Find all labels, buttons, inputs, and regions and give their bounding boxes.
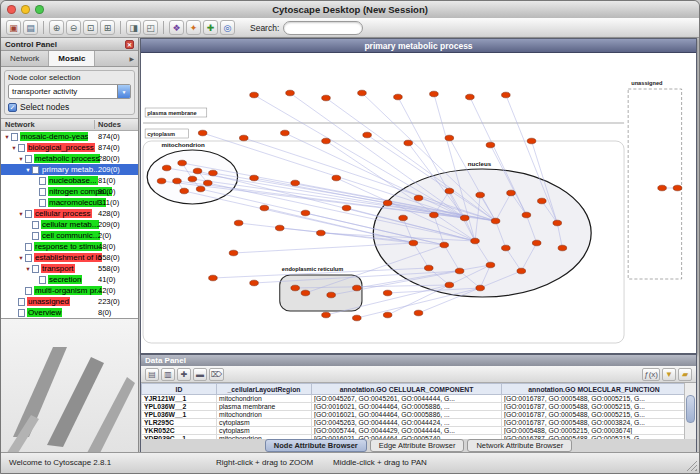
expander-icon[interactable]: ▼ bbox=[17, 211, 25, 217]
network-node[interactable] bbox=[291, 285, 300, 291]
tree-row[interactable]: ▼transport558(0) bbox=[1, 263, 138, 274]
expander-icon[interactable]: ▼ bbox=[24, 266, 32, 272]
expander-icon[interactable]: ▼ bbox=[17, 156, 25, 162]
table-cell[interactable]: YPL036W__1 bbox=[142, 411, 217, 419]
tree-row[interactable]: cell communic...2(0) bbox=[1, 230, 138, 241]
table-cell[interactable]: plasma membrane bbox=[217, 403, 312, 411]
table-cell[interactable]: YJR121W__1 bbox=[142, 395, 217, 403]
tree-row[interactable]: cellular metab...209(0) bbox=[1, 219, 138, 230]
column-header[interactable]: annotation.GO MOLECULAR_FUNCTION bbox=[502, 384, 687, 395]
network-node[interactable] bbox=[260, 205, 269, 211]
network-node[interactable] bbox=[476, 285, 485, 291]
network-node[interactable] bbox=[414, 195, 423, 201]
table-cell[interactable]: [GO:0016787, GO:0005488, GO:0003824, G..… bbox=[502, 419, 687, 427]
network-node[interactable] bbox=[291, 180, 300, 186]
network-node[interactable] bbox=[317, 230, 326, 236]
delete-attribute-icon[interactable]: ▬ bbox=[193, 368, 207, 381]
column-header[interactable]: annotation.GO CELLULAR_COMPONENT bbox=[312, 384, 502, 395]
tab-edge-attribute-browser[interactable]: Edge Attribute Browser bbox=[370, 439, 465, 452]
table-cell[interactable]: [GO:0016787, GO:0005488, GO:0005215, G..… bbox=[502, 411, 687, 419]
network-node[interactable] bbox=[558, 245, 567, 251]
tree-row[interactable]: ▼metabolic process280(0) bbox=[1, 153, 138, 164]
vizmapper-icon[interactable]: ✦ bbox=[186, 20, 201, 35]
network-node[interactable] bbox=[517, 268, 526, 274]
select-nodes-checkbox[interactable]: ✓ bbox=[8, 103, 17, 112]
tree-row[interactable]: unassigned223(0) bbox=[1, 296, 138, 307]
network-node[interactable] bbox=[358, 90, 367, 96]
column-header[interactable]: _cellularLayoutRegion bbox=[217, 384, 312, 395]
network-node[interactable] bbox=[440, 242, 449, 248]
network-node[interactable] bbox=[522, 212, 531, 218]
tab-network-attribute-browser[interactable]: Network Attribute Browser bbox=[467, 439, 572, 452]
network-node[interactable] bbox=[491, 218, 500, 224]
network-node[interactable] bbox=[502, 92, 511, 98]
manage-plugins-icon[interactable]: ✚ bbox=[203, 20, 218, 35]
new-attribute-icon[interactable]: ✚ bbox=[177, 368, 191, 381]
table-cell[interactable]: [GO:0016021, GO:0044464, GO:0005886, ... bbox=[312, 411, 502, 419]
save-session-icon[interactable]: ▣ bbox=[6, 20, 21, 35]
network-node[interactable] bbox=[532, 240, 541, 246]
network-node[interactable] bbox=[538, 198, 547, 204]
tree-row[interactable]: ▼establishment of lo...558(0) bbox=[1, 252, 138, 263]
network-node[interactable] bbox=[399, 215, 408, 221]
table-cell[interactable]: mitochondrion bbox=[217, 395, 312, 403]
network-node[interactable] bbox=[658, 185, 667, 191]
network-node[interactable] bbox=[502, 245, 511, 251]
table-row[interactable]: YPL036W__2plasma membrane[GO:0016021, GO… bbox=[142, 403, 687, 411]
table-row[interactable]: YDR039C__1mitochondrion[GO:0016021, GO:0… bbox=[142, 435, 687, 440]
table-row[interactable]: YPL036W__1mitochondrion[GO:0016021, GO:0… bbox=[142, 411, 687, 419]
network-node[interactable] bbox=[301, 290, 310, 296]
minimize-window-button[interactable] bbox=[21, 5, 30, 14]
network-node[interactable] bbox=[430, 212, 439, 218]
open-folder-icon[interactable]: ▰ bbox=[678, 368, 692, 381]
network-node[interactable] bbox=[553, 220, 562, 226]
zoom-out-icon[interactable]: ⊖ bbox=[66, 20, 81, 35]
table-cell[interactable]: YDR039C__1 bbox=[142, 435, 217, 440]
network-node[interactable] bbox=[466, 94, 475, 100]
network-node[interactable] bbox=[203, 180, 212, 186]
network-node[interactable] bbox=[460, 215, 469, 221]
tree-row[interactable]: response to stimu...48(0) bbox=[1, 241, 138, 252]
network-node[interactable] bbox=[250, 175, 259, 181]
tree-row[interactable]: macromolecul...311(0) bbox=[1, 197, 138, 208]
network-node[interactable] bbox=[332, 175, 341, 181]
table-row[interactable]: YJR121W__1mitochondrion[GO:0045267, GO:0… bbox=[142, 395, 687, 403]
table-cell[interactable]: [GO:0016787, GO:0005488, GO:0005215, G..… bbox=[502, 395, 687, 403]
network-node[interactable] bbox=[486, 142, 495, 148]
network-node[interactable] bbox=[353, 285, 362, 291]
expander-icon[interactable]: ▼ bbox=[10, 145, 18, 151]
network-node[interactable] bbox=[404, 140, 413, 146]
network-node[interactable] bbox=[414, 310, 423, 316]
network-node[interactable] bbox=[430, 91, 439, 97]
network-node[interactable] bbox=[180, 188, 189, 194]
table-row[interactable]: YLR295Ccytoplasm[GO:0045263, GO:0044444,… bbox=[142, 419, 687, 427]
tab-mosaic[interactable]: Mosaic bbox=[49, 51, 95, 66]
network-node[interactable] bbox=[455, 268, 464, 274]
table-cell[interactable]: [GO:0016787, GO:0005488, GO:0005215, G..… bbox=[502, 403, 687, 411]
network-node[interactable] bbox=[286, 90, 295, 96]
table-cell[interactable]: cytoplasm bbox=[217, 427, 312, 435]
tree-row[interactable]: ▼mosaic-demo-yeast874(0) bbox=[1, 131, 138, 142]
network-node[interactable] bbox=[394, 94, 403, 100]
network-node[interactable] bbox=[527, 138, 536, 144]
tree-row[interactable]: Overview8(0) bbox=[1, 307, 138, 318]
color-attribute-dropdown[interactable]: transporter activity ▼ bbox=[8, 84, 131, 99]
network-node[interactable] bbox=[383, 200, 392, 206]
table-cell[interactable]: [GO:0005488, GO:0005215, GO:0003674] bbox=[502, 427, 687, 435]
close-panel-icon[interactable]: ✕ bbox=[125, 40, 134, 49]
network-node[interactable] bbox=[673, 185, 682, 191]
network-node[interactable] bbox=[250, 92, 259, 98]
zoom-in-icon[interactable]: ⊕ bbox=[49, 20, 64, 35]
network-node[interactable] bbox=[198, 130, 207, 136]
tab-network[interactable]: Network bbox=[1, 51, 49, 66]
tree-row[interactable]: nitrogen compo...90(0) bbox=[1, 186, 138, 197]
open-session-icon[interactable]: ▤ bbox=[23, 20, 38, 35]
trash-icon[interactable]: ⌦ bbox=[209, 368, 224, 381]
network-node[interactable] bbox=[342, 205, 351, 211]
network-node[interactable] bbox=[424, 265, 433, 271]
table-row[interactable]: YKR052Ccytoplasm[GO:0005744, GO:0044429,… bbox=[142, 427, 687, 435]
network-node[interactable] bbox=[250, 280, 259, 286]
table-cell[interactable]: [GO:0016787, GO:0005488, GO:0005215, G..… bbox=[502, 435, 687, 440]
network-node[interactable] bbox=[445, 135, 454, 141]
network-node[interactable] bbox=[275, 225, 284, 231]
